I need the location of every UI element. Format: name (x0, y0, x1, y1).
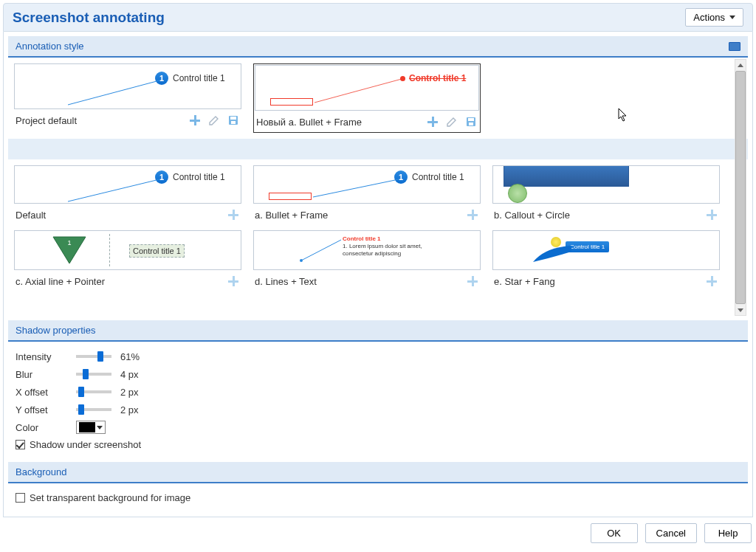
style-row: 1 Control title 1 Default 1 Control titl… (14, 165, 733, 224)
svg-rect-3 (231, 121, 236, 124)
style-label: Новый a. Bullet + Frame (256, 117, 362, 128)
callout-rect (504, 165, 629, 187)
style-footer: Default (14, 204, 241, 224)
edit-style-icon[interactable] (207, 114, 221, 127)
add-style-icon[interactable] (466, 208, 479, 221)
add-style-icon[interactable] (705, 275, 718, 288)
add-style-icon[interactable] (227, 275, 240, 288)
style-card-bullet-frame-new[interactable]: Control title 1 Новый a. Bullet + Frame (253, 63, 481, 133)
color-picker-button[interactable] (76, 421, 106, 434)
style-row: 1 Control title 1 Project default (14, 63, 733, 133)
style-footer: e. Star + Fang (492, 270, 720, 291)
blur-value: 4 px (120, 369, 157, 380)
actions-label: Actions (693, 12, 725, 23)
x-offset-label: X offset (16, 387, 67, 398)
fang-tail-icon (530, 244, 571, 263)
actions-button[interactable]: Actions (685, 8, 743, 27)
y-offset-slider[interactable] (76, 408, 111, 411)
style-thumbnail: Control title 1 (492, 230, 720, 270)
ok-button[interactable]: OK (591, 523, 638, 543)
blur-label: Blur (16, 369, 67, 380)
add-style-icon[interactable] (466, 275, 479, 288)
style-card-lines-text[interactable]: Control title 1 1. Lorem ipsum dolor sit… (253, 230, 481, 291)
axial-line (109, 234, 110, 266)
edit-style-icon[interactable] (445, 115, 458, 128)
y-offset-value: 2 px (120, 404, 157, 415)
transparent-bg-label: Set transparent background for image (30, 492, 190, 503)
svg-point-13 (300, 259, 303, 262)
style-label: a. Bullet + Frame (255, 210, 328, 221)
style-label: e. Star + Fang (494, 276, 555, 287)
style-footer: c. Axial line + Pointer (14, 270, 241, 291)
style-card-project-default[interactable]: 1 Control title 1 Project default (14, 63, 241, 133)
style-thumbnail: 1 Control title 1 (14, 230, 241, 270)
svg-rect-2 (230, 117, 236, 120)
add-style-icon[interactable] (426, 115, 439, 128)
intensity-value: 61% (120, 351, 157, 362)
scroll-up-icon[interactable] (735, 60, 746, 70)
x-offset-value: 2 px (120, 387, 157, 398)
add-style-icon[interactable] (188, 114, 202, 127)
add-style-icon[interactable] (705, 208, 718, 221)
y-offset-row: Y offset 2 px (16, 401, 740, 418)
shadow-under-row[interactable]: Shadow under screenshot (16, 436, 740, 453)
dialog-footer: OK Cancel Help (3, 517, 753, 545)
style-footer: b. Callout + Circle (492, 204, 720, 224)
style-card-star-fang[interactable]: Control title 1 e. Star + Fang (492, 230, 720, 291)
style-footer: a. Bullet + Frame (253, 204, 481, 224)
connector-line (15, 64, 241, 108)
scroll-down-icon[interactable] (735, 305, 746, 315)
vertical-scrollbar[interactable] (735, 59, 746, 316)
svg-line-0 (68, 80, 159, 105)
style-label: d. Lines + Text (255, 276, 317, 287)
fang-callout: Control title 1 (566, 241, 609, 252)
section-header-shadow: Shadow properties (8, 320, 748, 342)
transparent-bg-row[interactable]: Set transparent background for image (16, 489, 740, 506)
save-style-icon[interactable] (464, 115, 478, 128)
add-style-icon[interactable] (227, 208, 240, 221)
style-thumbnail: 1 Control title 1 (253, 165, 481, 204)
style-card-bullet-frame[interactable]: 1 Control title 1 a. Bullet + Frame (253, 165, 481, 224)
style-thumbnail: Control title 1 (255, 65, 479, 111)
help-button[interactable]: Help (704, 523, 752, 543)
intensity-row: Intensity 61% (16, 348, 740, 365)
connector-line (254, 231, 480, 269)
checkbox-shadow-under[interactable] (16, 440, 25, 449)
style-footer: Новый a. Bullet + Frame (255, 111, 479, 131)
style-thumbnail: 1 Control title 1 (14, 63, 241, 109)
style-card-axial-pointer[interactable]: 1 Control title 1 c. Axial line + Pointe… (14, 230, 241, 291)
style-card-default[interactable]: 1 Control title 1 Default (14, 165, 241, 224)
page-title: Screenshot annotating (13, 10, 165, 26)
pointer-box: Control title 1 (129, 244, 185, 258)
svg-rect-6 (468, 118, 474, 121)
intensity-slider[interactable] (76, 355, 111, 358)
header-bar: Screenshot annotating Actions (3, 3, 753, 32)
svg-text:1: 1 (67, 239, 71, 246)
cancel-button[interactable]: Cancel (645, 523, 697, 543)
save-style-icon[interactable] (227, 114, 240, 127)
triangle-icon: 1 (52, 234, 87, 265)
section-title: Shadow properties (16, 325, 95, 336)
section-title: Annotation style (16, 41, 84, 52)
checkbox-transparent-bg[interactable] (16, 493, 25, 503)
blur-slider[interactable] (76, 373, 111, 376)
svg-rect-7 (469, 123, 473, 125)
chevron-down-icon (97, 426, 103, 429)
intensity-label: Intensity (16, 351, 67, 362)
style-footer: Project default (14, 109, 241, 130)
style-row: 1 Control title 1 c. Axial line + Pointe… (14, 230, 733, 291)
connector-line (254, 166, 480, 203)
style-label: c. Axial line + Pointer (16, 276, 105, 287)
scroll-thumb[interactable] (735, 71, 746, 304)
style-label: Default (16, 210, 46, 221)
x-offset-row: X offset 2 px (16, 383, 740, 401)
style-thumbnail: Control title 1 1. Lorem ipsum dolor sit… (253, 230, 481, 270)
chevron-down-icon (729, 15, 735, 19)
styles-list: 1 Control title 1 Project default (8, 58, 748, 317)
style-card-callout-circle[interactable]: b. Callout + Circle (492, 165, 720, 224)
x-offset-slider[interactable] (76, 390, 111, 393)
svg-line-12 (301, 240, 341, 261)
main-panel: Annotation style 1 Control title 1 Proje… (3, 32, 753, 517)
svg-line-8 (68, 179, 159, 201)
svg-line-4 (315, 79, 402, 103)
